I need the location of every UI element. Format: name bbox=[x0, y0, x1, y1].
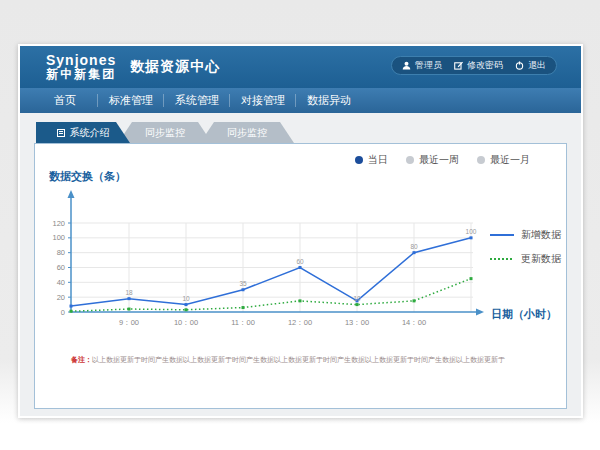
tab-sync-monitor-1[interactable]: 同步监控 bbox=[118, 122, 212, 143]
user-toolbar: 管理员 修改密码 退出 bbox=[391, 56, 557, 75]
page-title: 数据资源中心 bbox=[130, 58, 220, 76]
svg-text:100: 100 bbox=[466, 228, 477, 235]
nav-item-data-change[interactable]: 数据异动 bbox=[296, 88, 362, 113]
nav-item-standard-mgmt[interactable]: 标准管理 bbox=[98, 88, 164, 113]
legend-line-dotted bbox=[490, 257, 514, 261]
nav-item-home[interactable]: 首页 bbox=[32, 88, 98, 113]
svg-text:12：00: 12：00 bbox=[288, 318, 312, 327]
legend-label: 新增数据 bbox=[521, 228, 561, 242]
line-chart: 0204060801001209：0010：0011：0012：0013：001… bbox=[43, 182, 493, 344]
content-area: 系统介绍 同步监控 同步监控 当日 最近一周 bbox=[20, 113, 581, 416]
svg-text:60: 60 bbox=[296, 258, 304, 265]
document-icon bbox=[57, 129, 65, 137]
logout-label: 退出 bbox=[528, 59, 546, 72]
svg-text:60: 60 bbox=[57, 263, 65, 272]
filter-last-week[interactable]: 最近一周 bbox=[406, 153, 459, 167]
filter-last-month[interactable]: 最近一月 bbox=[477, 153, 530, 167]
footnote: 备注：以上数据更新于时间产生数据以上数据更新于时间产生数据以上数据更新于时间产生… bbox=[71, 355, 505, 365]
footnote-text: 以上数据更新于时间产生数据以上数据更新于时间产生数据以上数据更新于时间产生数据以… bbox=[92, 356, 505, 363]
svg-text:10：00: 10：00 bbox=[174, 318, 198, 327]
user-icon bbox=[402, 61, 411, 70]
svg-text:35: 35 bbox=[239, 280, 247, 287]
svg-text:80: 80 bbox=[57, 248, 65, 257]
logo-brand: Synjones bbox=[46, 53, 116, 68]
logo-company-name: 新中新集团 bbox=[46, 68, 116, 81]
svg-text:18: 18 bbox=[125, 289, 133, 296]
nav-item-system-mgmt[interactable]: 系统管理 bbox=[164, 88, 230, 113]
change-password-button[interactable]: 修改密码 bbox=[454, 59, 503, 72]
svg-text:20: 20 bbox=[57, 293, 65, 302]
svg-text:80: 80 bbox=[410, 243, 418, 250]
x-axis-title: 日期（小时） bbox=[491, 307, 557, 322]
svg-text:0: 0 bbox=[61, 308, 65, 317]
filter-label: 当日 bbox=[368, 153, 388, 167]
power-icon bbox=[515, 61, 524, 70]
main-nav: 首页 标准管理 系统管理 对接管理 数据异动 bbox=[20, 88, 581, 113]
svg-text:13：00: 13：00 bbox=[345, 318, 369, 327]
radio-dot bbox=[406, 156, 414, 164]
chart-legend: 新增数据 更新数据 bbox=[490, 228, 561, 276]
svg-text:11：00: 11：00 bbox=[231, 318, 255, 327]
svg-text:9：00: 9：00 bbox=[119, 318, 139, 327]
tab-label: 同步监控 bbox=[145, 126, 185, 140]
nav-item-docking-mgmt[interactable]: 对接管理 bbox=[230, 88, 296, 113]
edit-icon bbox=[454, 61, 463, 70]
company-logo: Synjones 新中新集团 bbox=[46, 53, 116, 82]
logout-button[interactable]: 退出 bbox=[515, 59, 546, 72]
filter-label: 最近一周 bbox=[419, 153, 459, 167]
footnote-prefix: 备注： bbox=[71, 356, 92, 363]
svg-text:100: 100 bbox=[52, 233, 65, 242]
filter-label: 最近一月 bbox=[490, 153, 530, 167]
svg-text:10: 10 bbox=[182, 295, 190, 302]
legend-item-new-data: 新增数据 bbox=[490, 228, 561, 242]
user-menu[interactable]: 管理员 bbox=[402, 59, 442, 72]
change-password-label: 修改密码 bbox=[467, 59, 503, 72]
svg-text:120: 120 bbox=[52, 219, 65, 228]
legend-line-solid bbox=[490, 233, 514, 237]
time-range-filters: 当日 最近一周 最近一月 bbox=[355, 153, 530, 167]
filter-today[interactable]: 当日 bbox=[355, 153, 388, 167]
tab-label: 同步监控 bbox=[227, 126, 267, 140]
legend-label: 更新数据 bbox=[521, 252, 561, 266]
svg-text:40: 40 bbox=[57, 278, 65, 287]
tab-system-intro[interactable]: 系统介绍 bbox=[36, 122, 130, 143]
svg-text:10: 10 bbox=[353, 295, 361, 302]
legend-item-update-data: 更新数据 bbox=[490, 252, 561, 266]
svg-text:14：00: 14：00 bbox=[402, 318, 426, 327]
tab-label: 系统介绍 bbox=[70, 126, 110, 140]
user-name: 管理员 bbox=[415, 59, 442, 72]
tab-sync-monitor-2[interactable]: 同步监控 bbox=[200, 122, 294, 143]
radio-dot bbox=[477, 156, 485, 164]
top-header: Synjones 新中新集团 数据资源中心 管理员 修改密码 退出 bbox=[20, 46, 581, 88]
chart-panel: 当日 最近一周 最近一月 数据交换（条） 0204060801001209：00… bbox=[34, 143, 567, 409]
radio-dot bbox=[355, 156, 363, 164]
app-window: Synjones 新中新集团 数据资源中心 管理员 修改密码 退出 首页 标准管… bbox=[18, 44, 583, 418]
tab-bar: 系统介绍 同步监控 同步监控 bbox=[20, 113, 581, 143]
